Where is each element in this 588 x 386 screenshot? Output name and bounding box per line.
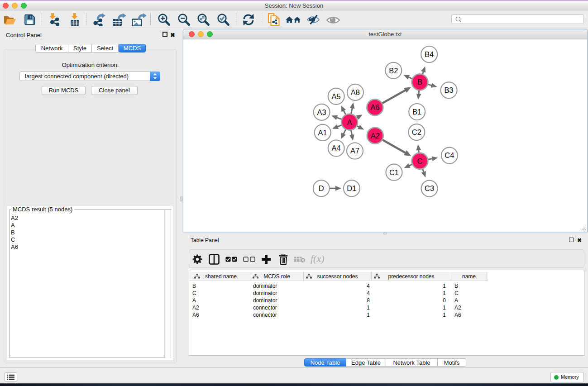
svg-text:C2: C2	[412, 128, 421, 136]
svg-text:D1: D1	[347, 184, 356, 192]
svg-text:A8: A8	[351, 88, 360, 96]
svg-text:A1: A1	[318, 129, 327, 137]
svg-text:A4: A4	[332, 144, 341, 152]
svg-text:B4: B4	[425, 50, 434, 58]
svg-text:B1: B1	[412, 108, 421, 116]
svg-text:B: B	[417, 78, 422, 86]
svg-text:C4: C4	[445, 151, 454, 159]
svg-text:B2: B2	[389, 67, 398, 75]
svg-text:A2: A2	[371, 132, 380, 140]
svg-text:A6: A6	[370, 103, 379, 111]
svg-text:A7: A7	[350, 147, 359, 155]
svg-text:C1: C1	[389, 168, 399, 176]
svg-text:A3: A3	[317, 108, 326, 116]
svg-text:A5: A5	[332, 92, 341, 100]
svg-text:B3: B3	[445, 86, 454, 94]
svg-text:C3: C3	[425, 184, 434, 192]
svg-text:A: A	[347, 118, 352, 126]
svg-text:C: C	[417, 157, 423, 165]
svg-text:D: D	[319, 184, 324, 192]
